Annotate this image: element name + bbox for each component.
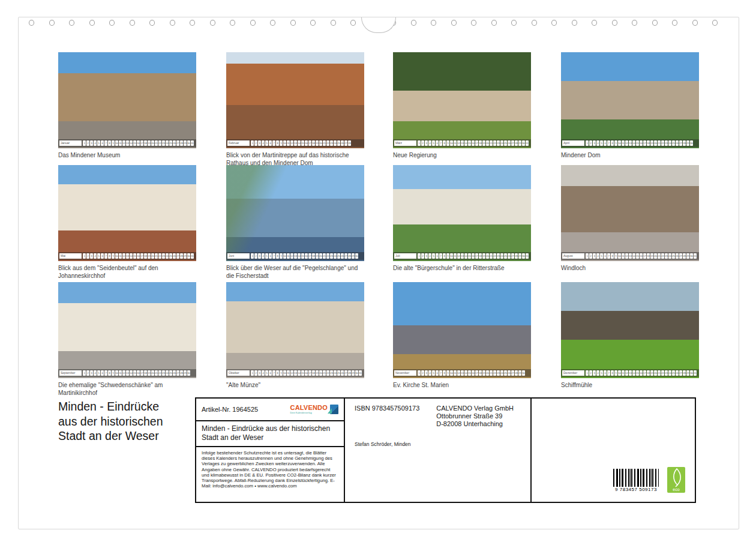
day-cell: 13 (461, 253, 464, 259)
rathaus-rooftop-view-photo: Februar 12345678910111213141516171819202… (226, 52, 364, 148)
day-cells: 1234567891011121314151617181920212223242… (586, 140, 698, 146)
thumbnail-caption: Die alte "Bürgerschule" in der Ritterstr… (393, 264, 531, 272)
day-cell: 5 (265, 253, 268, 259)
day-cell: 13 (461, 140, 464, 146)
day-cell: 10 (115, 140, 118, 146)
thumbnail-caption: Windloch (561, 264, 699, 272)
day-cell: 7 (439, 140, 442, 146)
publisher-address: CALVENDO Verlag GmbH Ottobrunner Straße … (436, 405, 514, 428)
thumbnail-caption: Die ehemalige "Schwedenschänke" am Marti… (58, 381, 196, 397)
day-cell: 20 (486, 370, 489, 376)
day-cell: 24 (334, 370, 337, 376)
month-label: April (562, 140, 584, 146)
day-cell: 21 (490, 253, 493, 259)
day-cell: 13 (126, 140, 129, 146)
day-cell: 26 (341, 370, 344, 376)
day-cell: 30 (690, 370, 693, 376)
day-cell: 9 (112, 140, 115, 146)
day-cell: 2 (254, 370, 257, 376)
day-cell: 28 (180, 140, 183, 146)
day-cell: 6 (269, 140, 272, 146)
month-thumbnail: Juni 12345678910111213141516171819202122… (226, 165, 364, 280)
day-cell: 27 (511, 370, 514, 376)
day-cell: 5 (600, 253, 603, 259)
day-cell: 6 (101, 253, 104, 259)
day-cell: 17 (475, 370, 478, 376)
day-cell: 7 (607, 140, 610, 146)
day-cell: 3 (258, 370, 261, 376)
day-cell: 10 (115, 253, 118, 259)
day-cell: 23 (497, 253, 500, 259)
day-cell: 1 (251, 370, 254, 376)
day-cell: 11 (622, 370, 625, 376)
binding-hole (170, 20, 175, 26)
day-cell: 21 (658, 140, 661, 146)
day-cell: 10 (618, 370, 621, 376)
day-cell: 23 (665, 253, 668, 259)
day-cell: 23 (162, 140, 165, 146)
day-cell: 29 (184, 370, 187, 376)
day-cell: 23 (665, 370, 668, 376)
day-cell: 21 (323, 140, 326, 146)
date-strip: März 12345678910111213141516171819202122… (393, 139, 531, 147)
day-cell: 8 (443, 253, 446, 259)
month-thumbnail: März 12345678910111213141516171819202122… (393, 52, 531, 159)
calendar-back-page: Januar 123456789101112131415161718192021… (0, 0, 756, 545)
day-cell: 3 (258, 140, 261, 146)
day-cell: 25 (672, 370, 675, 376)
day-cell: 20 (151, 140, 154, 146)
date-strip: Februar 12345678910111213141516171819202… (226, 139, 364, 147)
calendar-title-line1: Minden - Eindrücke (58, 399, 163, 414)
day-cell: 4 (94, 253, 97, 259)
date-strip: November 1234567891011121314151617181920… (393, 369, 531, 377)
johanneskirchhof-street-photo: Mai 123456789101112131415161718192021222… (58, 165, 196, 261)
day-cell: 29 (352, 253, 355, 259)
day-cell: 7 (272, 253, 275, 259)
day-cell: 12 (122, 370, 125, 376)
day-cell: 7 (607, 253, 610, 259)
day-cell: 1 (83, 140, 86, 146)
info-table-left-column: Artikel-Nr. 1964525 CALVENDO Dein Kalend… (195, 397, 345, 503)
day-cell: 25 (504, 253, 507, 259)
day-cell: 18 (312, 253, 315, 259)
day-cell: 7 (607, 370, 610, 376)
thumbnail-caption: Blick aus dem "Seidenbeutel" auf den Joh… (58, 264, 196, 280)
day-cells: 1234567891011121314151617181920212223242… (418, 140, 530, 146)
thumbnail-caption: Ev. Kirche St. Marien (393, 381, 531, 389)
day-cell: 17 (140, 370, 143, 376)
day-cell: 6 (101, 370, 104, 376)
calvendo-logo-wordmark: CALVENDO (290, 405, 328, 411)
day-cell: 23 (665, 140, 668, 146)
date-strip: April 1234567891011121314151617181920212… (561, 139, 699, 147)
day-cell: 17 (140, 253, 143, 259)
day-cells: 1234567891011121314151617181920212223242… (251, 370, 363, 376)
day-cell: 16 (640, 253, 643, 259)
day-cell: 25 (337, 253, 340, 259)
day-cell: 22 (158, 370, 161, 376)
day-cell: 27 (511, 253, 514, 259)
day-cell: 5 (97, 370, 100, 376)
day-cell: 5 (432, 140, 435, 146)
ship-mill-photo: Dezember 1234567891011121314151617181920… (561, 282, 699, 378)
day-cell: 15 (636, 140, 639, 146)
day-cell: 23 (497, 140, 500, 146)
article-row: Artikel-Nr. 1964525 CALVENDO Dein Kalend… (195, 397, 345, 421)
day-cell: 24 (668, 253, 671, 259)
day-cell: 16 (137, 370, 140, 376)
day-cell: 12 (625, 140, 628, 146)
day-cell: 3 (593, 370, 596, 376)
day-cell: 30 (690, 253, 693, 259)
day-cell: 28 (515, 140, 518, 146)
day-cell: 17 (643, 140, 646, 146)
day-cell: 29 (686, 140, 689, 146)
info-table-right-column: 9 783457 509173 eco (530, 397, 696, 503)
day-cell: 26 (173, 140, 176, 146)
day-cell: 10 (115, 370, 118, 376)
day-cell: 20 (486, 253, 489, 259)
day-cell: 31 (359, 370, 362, 376)
binding-hole (672, 20, 677, 26)
day-cell: 16 (137, 253, 140, 259)
article-number: Artikel-Nr. 1964525 (202, 406, 258, 413)
ean-barcode: 9 783457 509173 (613, 469, 659, 492)
day-cell: 15 (301, 370, 304, 376)
